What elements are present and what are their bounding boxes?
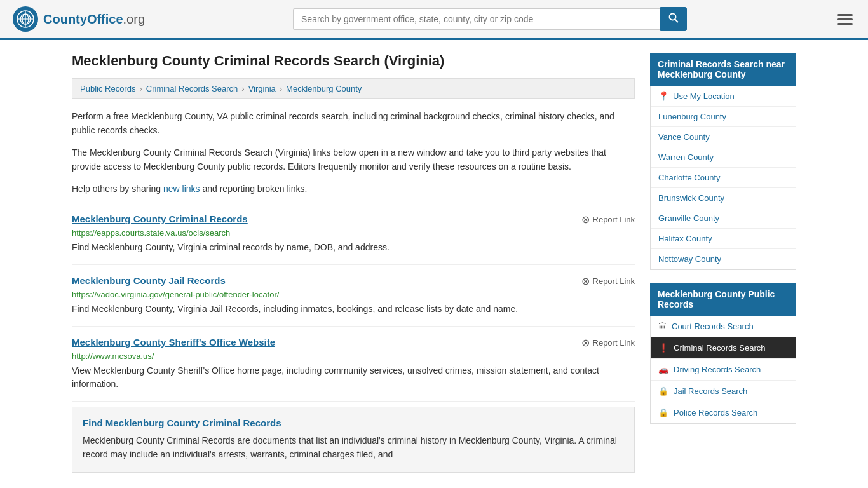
logo-area: CountyOffice.org: [13, 6, 145, 32]
menu-line-1: [837, 14, 853, 16]
report-icon-1: ⊗: [581, 275, 590, 287]
breadcrumb-public-records[interactable]: Public Records: [80, 84, 135, 93]
location-icon: 📍: [658, 91, 669, 101]
svg-point-5: [670, 14, 676, 20]
result-desc-0: Find Mecklenburg County, Virginia crimin…: [72, 241, 635, 254]
result-card-1: Mecklenburg County Jail Records ⊗ Report…: [72, 265, 635, 327]
report-icon-2: ⊗: [581, 337, 590, 349]
breadcrumb-mecklenburg-county[interactable]: Mecklenburg County: [286, 84, 362, 93]
sidebar-public-records-section: Mecklenburg County Public Records 🏛 Cour…: [650, 283, 796, 424]
content-area: Mecklenburg County Criminal Records Sear…: [72, 53, 635, 473]
sidebar-pr-item-2[interactable]: 🚗 Driving Records Search: [651, 359, 796, 381]
result-desc-1: Find Mecklenburg County, Virginia Jail R…: [72, 302, 635, 316]
find-section: Find Mecklenburg County Criminal Records…: [72, 407, 635, 473]
breadcrumb-criminal-records-search[interactable]: Criminal Records Search: [146, 84, 238, 93]
main-container: Mecklenburg County Criminal Records Sear…: [59, 40, 809, 485]
breadcrumb-sep-1: ›: [139, 84, 142, 93]
sidebar-county-2[interactable]: Warren County: [651, 147, 796, 168]
description-2: The Mecklenburg County Criminal Records …: [72, 146, 635, 174]
report-label-0: Report Link: [593, 215, 635, 224]
new-links-link[interactable]: new links: [163, 184, 200, 194]
result-title-0[interactable]: Mecklenburg County Criminal Records: [72, 214, 248, 224]
sidebar-pr-icon-2: 🚗: [658, 365, 668, 374]
sidebar-pr-icon-0: 🏛: [658, 322, 667, 331]
logo-icon: [13, 6, 38, 32]
report-label-2: Report Link: [593, 338, 635, 348]
page-title: Mecklenburg County Criminal Records Sear…: [72, 53, 635, 69]
report-link-2[interactable]: ⊗ Report Link: [581, 337, 635, 349]
sidebar-county-6[interactable]: Halifax County: [651, 229, 796, 249]
sidebar-county-3[interactable]: Charlotte County: [651, 168, 796, 188]
sidebar-nearby-list: 📍 Use My Location Lunenburg CountyVance …: [650, 86, 796, 270]
sidebar-pr-label-3: Jail Records Search: [674, 386, 747, 396]
sidebar-pr-item-3[interactable]: 🔒 Jail Records Search: [651, 381, 796, 402]
find-section-desc: Mecklenburg County Criminal Records are …: [83, 433, 624, 462]
sidebar-pr-item-0[interactable]: 🏛 Court Records Search: [651, 316, 796, 337]
result-card-2: Mecklenburg County Sheriff's Office Webs…: [72, 327, 635, 402]
result-cards: Mecklenburg County Criminal Records ⊗ Re…: [72, 203, 635, 402]
description-3: Help others by sharing new links and rep…: [72, 182, 635, 196]
sidebar-pr-icon-4: 🔒: [658, 408, 668, 417]
logo-text: CountyOffice.org: [43, 12, 145, 27]
sidebar-nearby-title: Criminal Records Search near Mecklenburg…: [650, 53, 796, 86]
result-title-2[interactable]: Mecklenburg County Sheriff's Office Webs…: [72, 337, 275, 348]
sidebar-public-records-title: Mecklenburg County Public Records: [650, 283, 796, 316]
result-card-0: Mecklenburg County Criminal Records ⊗ Re…: [72, 203, 635, 265]
search-button[interactable]: [660, 7, 687, 31]
sidebar-pr-label-4: Police Records Search: [674, 408, 757, 417]
sidebar-county-5[interactable]: Granville County: [651, 208, 796, 229]
sidebar-use-location[interactable]: 📍 Use My Location: [651, 86, 796, 107]
result-title-1[interactable]: Mecklenburg County Jail Records: [72, 275, 226, 286]
breadcrumb-virginia[interactable]: Virginia: [248, 84, 276, 93]
sidebar-pr-label-2: Driving Records Search: [674, 365, 761, 374]
sidebar-pr-label-0: Court Records Search: [672, 322, 754, 331]
breadcrumb-sep-3: ›: [280, 84, 282, 93]
result-card-header-0: Mecklenburg County Criminal Records ⊗ Re…: [72, 214, 635, 226]
use-location-label: Use My Location: [673, 92, 735, 101]
report-icon-0: ⊗: [581, 214, 590, 226]
sidebar-pr-item-1[interactable]: ❗ Criminal Records Search: [651, 337, 796, 359]
result-url-2[interactable]: http://www.mcsova.us/: [72, 351, 635, 361]
report-link-1[interactable]: ⊗ Report Link: [581, 275, 635, 287]
desc3-pre: Help others by sharing: [72, 184, 163, 194]
logo-suffix: .org: [123, 12, 145, 26]
result-card-header-2: Mecklenburg County Sheriff's Office Webs…: [72, 337, 635, 349]
sidebar-nearby-section: Criminal Records Search near Mecklenburg…: [650, 53, 796, 270]
result-desc-2: View Mecklenburg County Sheriff's Office…: [72, 364, 635, 391]
site-header: CountyOffice.org: [0, 0, 868, 40]
sidebar-pr-icon-1: ❗: [658, 343, 668, 353]
breadcrumb-sep-2: ›: [241, 84, 244, 93]
sidebar-county-1[interactable]: Vance County: [651, 127, 796, 147]
menu-line-2: [837, 18, 853, 20]
sidebar-county-4[interactable]: Brunswick County: [651, 188, 796, 208]
result-url-0[interactable]: https://eapps.courts.state.va.us/ocis/se…: [72, 228, 635, 238]
svg-line-6: [675, 20, 679, 23]
menu-line-3: [837, 23, 853, 25]
report-link-0[interactable]: ⊗ Report Link: [581, 214, 635, 226]
description-1: Perform a free Mecklenburg County, VA pu…: [72, 109, 635, 138]
menu-button[interactable]: [835, 11, 855, 27]
sidebar-pr-item-4[interactable]: 🔒 Police Records Search: [651, 402, 796, 423]
breadcrumb: Public Records › Criminal Records Search…: [72, 78, 635, 99]
sidebar-public-records-list: 🏛 Court Records Search ❗ Criminal Record…: [650, 316, 796, 424]
search-bar-area: [293, 7, 687, 31]
sidebar-county-7[interactable]: Nottoway County: [651, 249, 796, 269]
result-url-1[interactable]: https://vadoc.virginia.gov/general-publi…: [72, 290, 635, 299]
sidebar-pr-label-1: Criminal Records Search: [674, 343, 766, 353]
find-section-title: Find Mecklenburg County Criminal Records: [83, 417, 624, 428]
result-card-header-1: Mecklenburg County Jail Records ⊗ Report…: [72, 275, 635, 287]
sidebar: Criminal Records Search near Mecklenburg…: [650, 53, 796, 473]
sidebar-county-0[interactable]: Lunenburg County: [651, 107, 796, 127]
public-records-items: 🏛 Court Records Search ❗ Criminal Record…: [651, 316, 796, 423]
search-input[interactable]: [293, 8, 660, 30]
report-label-1: Report Link: [593, 276, 635, 286]
sidebar-pr-icon-3: 🔒: [658, 386, 668, 396]
nearby-counties-list: Lunenburg CountyVance CountyWarren Count…: [651, 107, 796, 269]
desc3-post: and reporting broken links.: [200, 184, 308, 194]
